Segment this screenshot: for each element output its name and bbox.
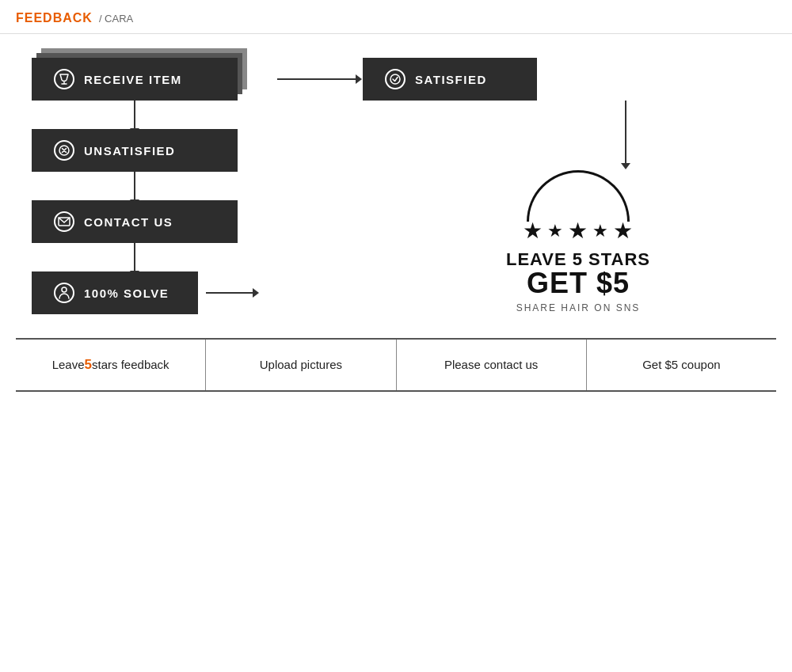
bottom-highlight-5: 5	[85, 355, 92, 374]
bottom-bar: Leave 5 stars feedback Upload pictures P…	[16, 338, 776, 392]
star-3: ★	[568, 218, 588, 244]
header: FEEDBACK / CARA	[0, 0, 792, 34]
receive-item-label: RECEIVE ITEM	[84, 73, 182, 86]
star-4: ★	[592, 221, 608, 241]
unsatisfied-box: UNSATISFIED	[32, 129, 238, 172]
bottom-item-4: Get $5 coupon	[587, 340, 776, 390]
header-title: FEEDBACK	[16, 11, 93, 25]
arrow-down-1	[134, 101, 135, 129]
svg-point-2	[62, 287, 67, 292]
check-circle-icon	[385, 69, 406, 89]
arrow-down-2	[134, 172, 135, 200]
contact-us-label: CONTACT US	[84, 215, 173, 229]
right-v-arrow	[625, 101, 626, 164]
unsatisfied-label: UNSATISFIED	[84, 144, 175, 158]
bottom-item-1-part2: stars feedback	[92, 356, 169, 373]
solve-box: 100% SOLVE	[32, 271, 198, 314]
stars-promo: ★ ★ ★ ★ ★ LEAVE 5 STARS GET $5 SHARE HAI…	[506, 170, 650, 313]
bottom-item-1: Leave 5 stars feedback	[16, 340, 206, 390]
person-icon	[54, 283, 74, 303]
satisfied-label: SATISFIED	[415, 73, 487, 86]
arrow-right-receive	[277, 78, 356, 80]
header-subtitle: / CARA	[99, 13, 133, 25]
promo-line3: SHARE HAIR ON SNS	[516, 302, 641, 313]
receive-item-box: RECEIVE ITEM	[32, 58, 238, 101]
arrow-down-3	[134, 243, 135, 271]
stars-row: ★ ★ ★ ★ ★	[523, 218, 633, 244]
solve-label: 100% SOLVE	[84, 287, 169, 300]
goblet-icon	[54, 69, 74, 89]
satisfied-box: SATISFIED	[363, 58, 537, 101]
x-circle-icon	[54, 140, 74, 161]
svg-point-3	[390, 74, 400, 84]
arrow-right-solve	[206, 292, 253, 294]
bottom-item-2: Upload pictures	[206, 340, 396, 390]
arc-decoration	[527, 170, 630, 222]
bottom-item-3: Please contact us	[397, 340, 587, 390]
bottom-item-1-part1: Leave	[52, 356, 85, 373]
star-2: ★	[547, 221, 563, 241]
star-1: ★	[523, 218, 543, 244]
contact-us-box: CONTACT US	[32, 200, 238, 243]
solve-row: 100% SOLVE	[32, 271, 253, 314]
promo-line2: GET $5	[527, 269, 630, 298]
envelope-icon	[54, 211, 74, 232]
star-5: ★	[613, 218, 633, 244]
